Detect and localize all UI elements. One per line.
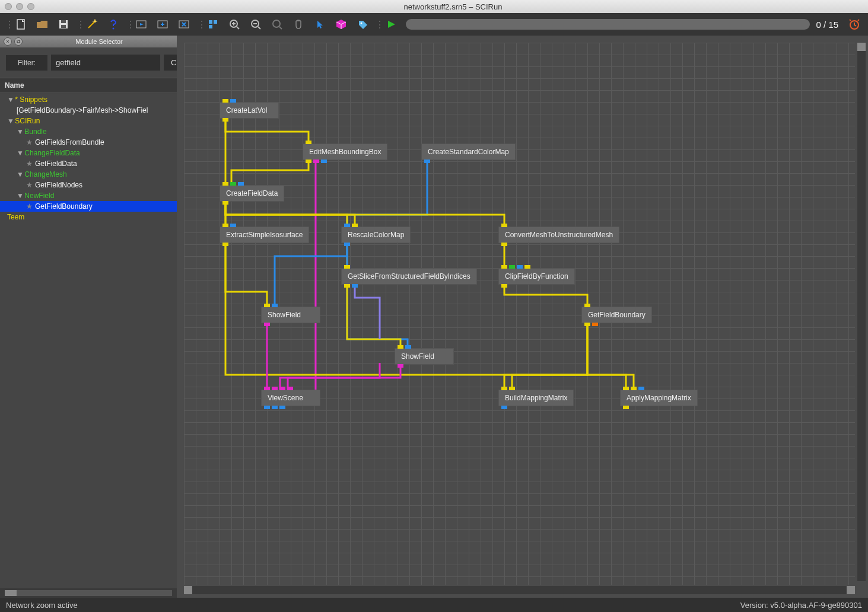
- traffic-lights[interactable]: [5, 3, 34, 10]
- status-bar: Network zoom active Version: v5.0-alpha.…: [0, 598, 868, 612]
- module-buildmm[interactable]: BuildMappingMatrix: [498, 390, 574, 406]
- svg-rect-9: [209, 20, 212, 24]
- module-tree[interactable]: ▼ * Snippets[GetFieldBoundary->FairMesh-…: [0, 93, 177, 588]
- tree-node[interactable]: Teem: [0, 212, 177, 222]
- window-add-button[interactable]: [153, 15, 173, 33]
- module-createfd[interactable]: CreateFieldData: [220, 185, 284, 202]
- module-viewscene[interactable]: ViewScene: [261, 390, 320, 406]
- module-applymm[interactable]: ApplyMappingMatrix: [620, 390, 698, 406]
- module-getfb[interactable]: GetFieldBoundary: [581, 307, 652, 323]
- tree-node[interactable]: ▼ Bundle: [0, 126, 177, 137]
- tree-node[interactable]: ▼ NewField: [0, 190, 177, 201]
- pointer-button[interactable]: [310, 15, 330, 33]
- tree-header: Name: [0, 78, 177, 93]
- panel-undock-icon[interactable]: ⧉: [14, 37, 23, 46]
- svg-rect-11: [209, 25, 212, 28]
- minimize-icon[interactable]: [16, 3, 23, 10]
- window-go-button[interactable]: [132, 15, 152, 33]
- module-createstdcm[interactable]: CreateStandardColorMap: [421, 144, 516, 160]
- open-folder-button[interactable]: [32, 15, 52, 33]
- svg-rect-10: [214, 20, 217, 24]
- module-createlatvol[interactable]: CreateLatVol: [220, 102, 279, 119]
- tag-button[interactable]: [352, 15, 373, 33]
- tree-node[interactable]: [GetFieldBoundary->FairMesh->ShowFiel: [0, 105, 177, 116]
- zoom-fit-button[interactable]: [267, 15, 287, 33]
- module-showfield2[interactable]: ShowField: [395, 348, 454, 365]
- zoom-in-button[interactable]: [224, 15, 244, 33]
- pan-hand-button[interactable]: [288, 15, 309, 33]
- new-file-button[interactable]: [11, 15, 31, 33]
- toolbar-grip-icon: [5, 15, 8, 33]
- svg-rect-3: [61, 25, 66, 28]
- module-extractiso[interactable]: ExtractSimpleIsosurface: [220, 227, 309, 243]
- zoom-out-button[interactable]: [246, 15, 266, 33]
- toolbar-sep-icon: [126, 15, 129, 33]
- status-left: Network zoom active: [6, 601, 78, 610]
- module-selector-panel: × ⧉ Module Selector Filter: Clear Name ▼…: [0, 36, 177, 598]
- svg-point-15: [361, 23, 363, 24]
- help-button[interactable]: [103, 15, 123, 33]
- tree-node[interactable]: ★GetFieldBoundary: [0, 201, 177, 212]
- canvas-vscroll[interactable]: [857, 43, 866, 581]
- tree-node[interactable]: ▼ ChangeMesh: [0, 169, 177, 180]
- tree-node[interactable]: ▼ ChangeFieldData: [0, 148, 177, 158]
- tree-node[interactable]: ★GetFieldNodes: [0, 180, 177, 190]
- sidebar-hscroll[interactable]: [0, 588, 177, 598]
- window-title: networkstuff2.srn5 – SCIRun: [43, 2, 863, 11]
- progress-bar: [406, 19, 810, 30]
- grid-align-button[interactable]: [203, 15, 223, 33]
- tree-node[interactable]: ▼ SCIRun: [0, 116, 177, 126]
- svg-point-5: [113, 28, 115, 30]
- panel-title: Module Selector: [25, 38, 173, 45]
- filter-input[interactable]: [51, 55, 160, 71]
- module-getslice[interactable]: GetSliceFromStructuredFieldByIndices: [341, 268, 477, 285]
- filter-label: Filter:: [6, 55, 47, 71]
- toolbar-sep-icon: [76, 15, 80, 33]
- canvas-hscroll[interactable]: [184, 586, 855, 594]
- panel-close-icon[interactable]: ×: [4, 37, 12, 46]
- package-button[interactable]: [331, 15, 351, 33]
- toolbar-sep-icon: [375, 15, 379, 33]
- svg-point-14: [273, 20, 280, 27]
- panel-header: × ⧉ Module Selector: [0, 36, 177, 47]
- module-rescalecm[interactable]: RescaleColorMap: [341, 227, 411, 243]
- tree-node[interactable]: ★GetFieldData: [0, 158, 177, 169]
- close-icon[interactable]: [5, 3, 12, 10]
- network-canvas-wrap: CreateLatVolEditMeshBoundingBoxCreateSta…: [177, 36, 868, 598]
- module-convertmesh[interactable]: ConvertMeshToUnstructuredMesh: [498, 227, 619, 243]
- module-showfield1[interactable]: ShowField: [261, 307, 320, 323]
- svg-rect-2: [61, 20, 66, 23]
- progress-text: 0 / 15: [816, 20, 838, 30]
- tree-node[interactable]: ▼ * Snippets: [0, 94, 177, 105]
- save-button[interactable]: [53, 15, 74, 33]
- tree-node[interactable]: ★GetFieldsFromBundle: [0, 137, 177, 148]
- alarm-icon[interactable]: [844, 15, 864, 33]
- module-clipfbf[interactable]: ClipFieldByFunction: [498, 268, 575, 285]
- main-toolbar: 0 / 15: [0, 13, 868, 36]
- module-editmeshbb[interactable]: EditMeshBoundingBox: [303, 144, 387, 160]
- window-close-button[interactable]: [174, 15, 195, 33]
- wand-button[interactable]: [82, 15, 102, 33]
- window-titlebar: networkstuff2.srn5 – SCIRun: [0, 0, 868, 13]
- run-button[interactable]: [381, 15, 401, 33]
- version-text: Version: v5.0-alpha.AF-9-ge890301: [740, 601, 862, 610]
- network-canvas[interactable]: CreateLatVolEditMeshBoundingBoxCreateSta…: [184, 43, 855, 585]
- toolbar-sep-icon: [197, 15, 201, 33]
- zoom-icon[interactable]: [27, 3, 34, 10]
- svg-point-4: [94, 20, 96, 23]
